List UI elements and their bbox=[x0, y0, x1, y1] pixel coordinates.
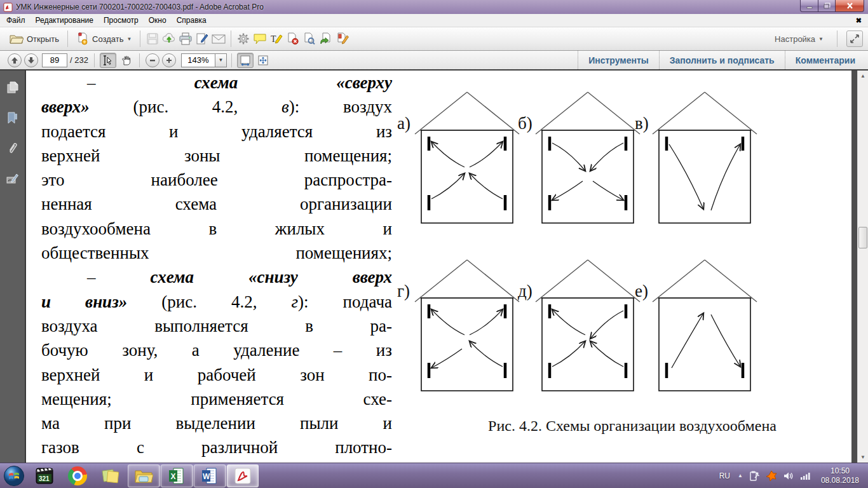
volume-icon[interactable] bbox=[783, 471, 794, 481]
bookmarks-icon[interactable] bbox=[4, 110, 21, 126]
create-label: Создать bbox=[92, 34, 123, 44]
fit-page-icon bbox=[257, 55, 269, 66]
select-tool-button[interactable] bbox=[100, 53, 116, 68]
share-cloud-button[interactable] bbox=[161, 30, 177, 47]
text-line: – схема «снизу вверх bbox=[41, 265, 392, 289]
menu-1[interactable]: Редактирование bbox=[31, 14, 98, 27]
select-tool-icon bbox=[103, 55, 113, 65]
vertical-scrollbar[interactable]: ▲ ▼ bbox=[857, 71, 868, 463]
scroll-up-icon[interactable]: ▲ bbox=[858, 71, 868, 81]
menu-4[interactable]: Справка bbox=[172, 14, 212, 27]
customize-label: Настройка bbox=[775, 34, 815, 44]
print-icon bbox=[179, 32, 193, 45]
signatures-icon[interactable] bbox=[4, 171, 21, 187]
menu-2[interactable]: Просмотр bbox=[98, 14, 144, 27]
fit-width-button[interactable] bbox=[237, 53, 254, 68]
page-thumbnails-icon[interactable] bbox=[4, 79, 21, 96]
restore-button[interactable] bbox=[818, 0, 836, 12]
pdf-page[interactable]: – схема «сверхувверх» (рис. 4.2, в): воз… bbox=[26, 71, 851, 463]
svg-text:X: X bbox=[171, 472, 176, 481]
delete-pages-button[interactable] bbox=[285, 30, 301, 47]
taskbar-acrobat[interactable] bbox=[227, 464, 259, 487]
print-button[interactable] bbox=[177, 30, 194, 47]
language-indicator[interactable]: RU bbox=[717, 471, 732, 480]
fit-width-icon bbox=[240, 55, 251, 66]
edit-document-button[interactable] bbox=[334, 30, 351, 47]
navigation-bar: / 232 143% ▼ ИнструментыЗаполнить и подп… bbox=[0, 51, 868, 71]
start-button[interactable] bbox=[0, 463, 28, 488]
toolbar-separator bbox=[67, 30, 68, 47]
minus-icon bbox=[149, 57, 156, 64]
upload-cloud-icon bbox=[162, 32, 176, 45]
reading-mode-button[interactable] bbox=[846, 30, 863, 47]
navbar-panel-button-1[interactable]: Заполнить и подписать bbox=[659, 51, 785, 69]
highlight-button[interactable]: T bbox=[268, 30, 285, 47]
navbar-panel-button-2[interactable]: Комментарии bbox=[785, 51, 865, 69]
edit-document-icon bbox=[336, 32, 349, 45]
preferences-button[interactable] bbox=[235, 30, 252, 47]
navbar-separator bbox=[231, 53, 232, 67]
main-toolbar: Открыть Создать ▼ T Настройка ▼ bbox=[0, 27, 868, 51]
tray-time: 10:50 bbox=[821, 466, 859, 476]
taskbar-chrome[interactable] bbox=[62, 464, 93, 487]
search-pages-button[interactable] bbox=[301, 30, 318, 47]
figure-4-2: а)б)в)г)д)е) Рис. 4.2. Схемы организации… bbox=[397, 71, 851, 463]
plus-icon bbox=[166, 57, 172, 64]
pdf-file-icon bbox=[3, 3, 13, 12]
close-document-icon[interactable]: ✖ bbox=[856, 17, 862, 25]
hand-tool-button[interactable] bbox=[118, 53, 134, 68]
hidden-icons-arrow-icon[interactable]: ▲ bbox=[738, 473, 743, 478]
fit-page-button[interactable] bbox=[255, 53, 271, 68]
menu-0[interactable]: Файл bbox=[1, 14, 31, 27]
diagram-label: е) bbox=[635, 281, 648, 301]
taskbar-excel[interactable]: X bbox=[161, 464, 193, 487]
page-number-input[interactable] bbox=[42, 53, 67, 67]
svg-text:321: 321 bbox=[39, 475, 50, 482]
minimize-button[interactable] bbox=[800, 0, 818, 12]
open-button[interactable]: Открыть bbox=[5, 30, 64, 47]
clock[interactable]: 10:50 08.08.2018 bbox=[817, 466, 863, 485]
text-line: воздухообмена в жилых и bbox=[41, 217, 392, 241]
zoom-in-button[interactable] bbox=[162, 53, 176, 67]
taskbar-explorer[interactable] bbox=[128, 464, 159, 487]
navigation-panel-sidebar bbox=[0, 71, 26, 463]
email-button[interactable] bbox=[210, 30, 227, 47]
network-signal-icon[interactable] bbox=[800, 471, 811, 480]
open-label: Открыть bbox=[27, 34, 59, 44]
attachments-icon[interactable] bbox=[4, 140, 21, 157]
avast-antivirus-icon[interactable] bbox=[766, 470, 777, 482]
email-icon bbox=[212, 33, 226, 44]
scrollbar-thumb[interactable] bbox=[858, 227, 867, 248]
next-page-button[interactable] bbox=[24, 53, 38, 67]
text-line: – схема «сверху bbox=[41, 71, 392, 95]
customize-button[interactable]: Настройка ▼ bbox=[770, 32, 828, 46]
send-pages-button[interactable] bbox=[318, 30, 334, 47]
navbar-panel-button-0[interactable]: Инструменты bbox=[578, 51, 659, 69]
zoom-level-value[interactable]: 143% bbox=[181, 53, 215, 67]
text-line: верхней зоны помещения; bbox=[41, 144, 392, 168]
zoom-out-button[interactable] bbox=[146, 53, 159, 67]
reading-mode-icon bbox=[850, 34, 860, 44]
scroll-down-icon[interactable]: ▼ bbox=[858, 452, 868, 463]
gear-icon bbox=[237, 32, 250, 45]
close-button[interactable] bbox=[836, 0, 864, 12]
safely-remove-icon[interactable] bbox=[749, 470, 760, 482]
arrow-up-icon bbox=[11, 57, 18, 64]
save-button[interactable] bbox=[144, 30, 161, 47]
comment-button[interactable] bbox=[252, 30, 268, 47]
menu-3[interactable]: Окно bbox=[144, 14, 172, 27]
sign-button[interactable] bbox=[194, 30, 210, 47]
previous-page-button[interactable] bbox=[8, 53, 22, 67]
toolbar-separator bbox=[231, 30, 231, 47]
page-total-label: / 232 bbox=[70, 55, 88, 65]
create-pdf-icon bbox=[76, 32, 89, 45]
zoom-dropdown-button[interactable]: ▼ bbox=[215, 53, 227, 67]
taskbar-sticky-notes[interactable] bbox=[95, 464, 126, 487]
create-button[interactable]: Создать ▼ bbox=[72, 30, 136, 48]
taskbar-media-player-321[interactable]: 321 bbox=[29, 464, 60, 487]
diagram-label: в) bbox=[635, 114, 649, 133]
save-icon bbox=[146, 32, 159, 45]
taskbar-word[interactable]: W bbox=[194, 464, 226, 487]
text-line: подается и удаляется из bbox=[41, 119, 392, 144]
toolbar-separator bbox=[837, 30, 837, 47]
